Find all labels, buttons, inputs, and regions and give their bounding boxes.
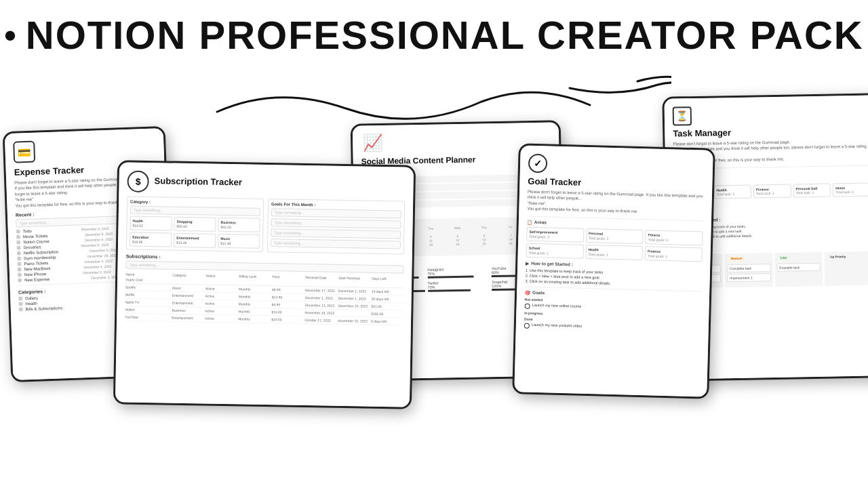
table-cell: December 1, 2022 xyxy=(305,296,337,300)
bullet-icon: • xyxy=(4,16,18,55)
task-area-total: Total task: 1 xyxy=(716,191,749,196)
cat-dot xyxy=(18,296,22,300)
row-dot xyxy=(16,229,20,233)
table-cell: November 15, 2022 xyxy=(338,319,370,323)
social-icon: 📈 xyxy=(361,134,385,153)
area-goals: Total goals: 1 xyxy=(588,252,640,258)
goal-steps: 1. Use this template to keep track of yo… xyxy=(526,268,702,287)
category-section: Category : Type something... Health $19.… xyxy=(126,196,264,252)
table-cell: Active xyxy=(205,308,237,313)
table-cell: Active xyxy=(205,301,237,306)
table-cell: Monthly xyxy=(239,294,271,299)
table-cell: Entertainment xyxy=(172,301,204,306)
priority-tag: Up Priority xyxy=(828,254,848,260)
row-date: December 4, 2022 xyxy=(83,264,111,269)
sub-cat-monthly: $19.02 xyxy=(132,224,169,228)
row-dot xyxy=(17,245,21,249)
goal-areas-grid: Self Improvement Total goals: 3 Personal… xyxy=(526,226,703,262)
sub-cat-monthly: $11.48 xyxy=(220,241,257,246)
row-date: December 8, 2022 xyxy=(85,232,113,237)
goal-bullet xyxy=(525,303,530,308)
row-date: December 5, 2022 xyxy=(90,247,117,252)
table-header-cell: Price xyxy=(272,274,304,279)
board-column: Up Priority xyxy=(824,251,868,285)
goal-title: Goal Tracker xyxy=(528,176,704,191)
table-cell: December 1, 2022 xyxy=(338,296,370,301)
sub-category-item: Music $11.48 xyxy=(218,234,260,249)
table-cell: Notion xyxy=(125,307,170,312)
row-date: December 3, 2022 xyxy=(83,270,111,274)
goals-input-1[interactable]: Type something... xyxy=(271,208,401,218)
goal-areas-section: 📋 Areas Self Improvement Total goals: 3 … xyxy=(526,219,703,262)
table-cell: Apple TV xyxy=(125,300,170,304)
cat-dot xyxy=(19,307,23,311)
table-cell: October 17, 2022 xyxy=(304,318,336,323)
row-name: New Expense xyxy=(24,277,50,282)
board-col-title: Up Priority xyxy=(826,253,868,260)
area-goals: Total goals: 1 xyxy=(648,253,700,259)
row-date: December 4, 2022 xyxy=(85,259,113,264)
table-cell: Active xyxy=(205,293,237,298)
goal-area-item: Fitness Total goals: 2 xyxy=(645,230,703,245)
table-cell: Active xyxy=(205,286,237,291)
platform-item: Twitter 70% xyxy=(427,280,489,292)
area-goals: Total goals: 3 xyxy=(529,234,581,239)
table-cell: December 1, 2022 xyxy=(338,289,370,293)
task-area-total: Total task: 1 xyxy=(796,190,829,195)
goal-area-item: Finance Total goals: 1 xyxy=(645,246,703,262)
table-cell: Entertainment xyxy=(172,316,203,321)
sub-category-item: Health $19.02 xyxy=(130,216,172,231)
table-cell: Monthly xyxy=(239,287,271,291)
board-col-title: Low xyxy=(776,253,820,261)
row-dot xyxy=(17,262,21,266)
row-dot xyxy=(18,267,22,271)
sub-cat-name: Business xyxy=(221,220,258,225)
cat-name: Bills & Subscriptions xyxy=(26,306,63,311)
sub-category-item: Entertainment $13.48 xyxy=(174,233,216,248)
row-dot xyxy=(17,256,21,260)
area-goals: Total goals: 2 xyxy=(648,237,701,243)
table-cell: $180.00 xyxy=(371,312,403,317)
subscriptions-table: NameCategoryStatusBilling cyclePriceRene… xyxy=(125,270,403,325)
row-name: Piano Tickets xyxy=(24,261,48,266)
row-dot xyxy=(16,235,20,239)
cat-name: Health xyxy=(25,302,37,306)
row-name: New MacBook xyxy=(24,266,51,271)
board-item: Complete task xyxy=(727,264,770,272)
goal-bullet xyxy=(524,323,530,328)
table-cell: 8 days left xyxy=(371,319,403,324)
goals-input-2[interactable]: Type something... xyxy=(271,218,401,228)
sub-cat-name: Entertainment xyxy=(176,236,213,241)
row-dot xyxy=(18,278,22,282)
table-cell: November 15, 2022 xyxy=(304,310,336,315)
sub-cat-name: Health xyxy=(133,219,170,224)
row-dot xyxy=(17,251,21,255)
expense-icon: 💳 xyxy=(13,141,35,163)
page-title: • NOTION PROFESSIONAL CREATOR PACK xyxy=(4,12,863,58)
category-search[interactable]: Type something... xyxy=(130,206,260,216)
task-area-total: Total task: 1 xyxy=(756,190,789,195)
goal-area-item: Personal Total goals: 2 xyxy=(586,228,644,243)
table-header-cell: Billing cycle xyxy=(239,274,271,279)
table-cell: 30 days left xyxy=(372,297,403,302)
table-cell: Business xyxy=(172,308,203,313)
table-cell: November 17, 2022 xyxy=(305,288,337,293)
sub-category-item: Business $41.00 xyxy=(218,218,260,232)
row-date: December 5, 2022 xyxy=(85,237,113,242)
table-cell: Spotify xyxy=(125,285,171,289)
goals-input-4[interactable]: Type something... xyxy=(271,239,401,249)
table-cell: $13.99 xyxy=(272,295,304,300)
goals-input-3[interactable]: Type something... xyxy=(271,228,401,239)
sub-cat-monthly: $19.99 xyxy=(132,240,169,245)
goal-area-item: School Total goals: 1 xyxy=(526,243,584,258)
area-goals: Total goals: 2 xyxy=(589,236,641,241)
cat-dot xyxy=(18,302,22,306)
table-cell: $4.99 xyxy=(272,302,304,307)
row-date: December 5, 2022 xyxy=(81,243,108,247)
subscription-tracker-card: $ Subscription Tracker Category : Type s… xyxy=(113,160,416,409)
table-header-cell: Start Renewal xyxy=(338,276,370,281)
row-date: November 29, 2022 xyxy=(87,253,117,258)
table-cell: Monthly xyxy=(239,302,271,306)
table-cell: $16.00 xyxy=(271,310,303,314)
table-cell: December 11, 2022 xyxy=(304,303,336,308)
